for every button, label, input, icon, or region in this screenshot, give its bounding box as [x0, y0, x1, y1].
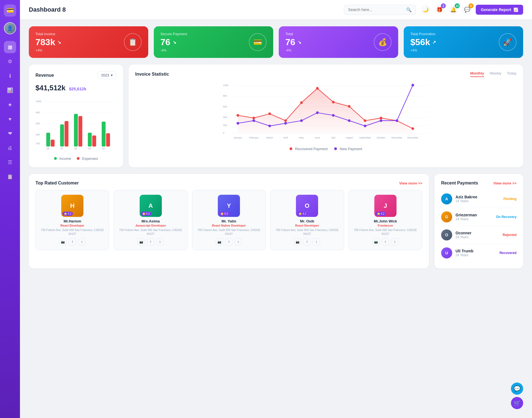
sidebar-item-heart[interactable]: ♥: [4, 113, 16, 125]
payment-name-0: Aziz Bakree: [456, 195, 477, 199]
facebook-icon-4[interactable]: f: [382, 238, 389, 245]
invoice-line-chart: 1000 800 600 400 200 0: [135, 81, 516, 143]
svg-point-37: [237, 114, 239, 117]
year-select[interactable]: 2023 ▾: [98, 71, 116, 79]
svg-text:06: 06: [47, 147, 49, 150]
customer-avatar-4: J ⭐ 4.2: [374, 195, 397, 217]
search-input[interactable]: [348, 7, 404, 12]
line-chart-svg: 1000 800 600 400 200 0: [135, 81, 516, 142]
stat-value-3: $56k ↗: [410, 37, 436, 47]
social-icons-0: 📷 f t: [39, 238, 106, 245]
list-icon: 📋: [7, 174, 13, 180]
gear-icon: ⚙: [8, 58, 12, 65]
instagram-icon-2[interactable]: 📷: [216, 238, 223, 245]
sidebar-item-settings[interactable]: ⚙: [4, 55, 16, 68]
svg-point-57: [364, 125, 367, 127]
customers-grid: H ⭐ 4.2 Mr.Hariom React Developer 795 Fo…: [35, 190, 422, 250]
gift-btn[interactable]: 🎁 2: [434, 4, 445, 15]
facebook-icon-1[interactable]: f: [147, 238, 154, 245]
expenses-label: Expenses: [82, 157, 98, 161]
stat-label-2: Total: [285, 32, 301, 36]
svg-point-56: [348, 119, 351, 122]
new-payment-dot: [334, 147, 337, 150]
facebook-icon-2[interactable]: f: [225, 238, 232, 245]
generate-report-button[interactable]: Generate Report 📈: [476, 5, 523, 15]
payment-avatar-1: G: [441, 211, 452, 222]
customer-card-1: A ⭐ 4.2 Mrs.Asima Javascript Developer 7…: [114, 190, 187, 250]
facebook-icon-0[interactable]: f: [69, 238, 76, 245]
float-cart-btn[interactable]: 🛒: [511, 397, 523, 409]
svg-point-43: [332, 101, 335, 104]
chat-badge: 5: [469, 3, 474, 8]
payment-item-1: G Griezerman 24 Years On Recovery: [441, 208, 516, 226]
svg-text:0: 0: [223, 132, 224, 134]
svg-text:10: 10: [102, 147, 105, 150]
svg-rect-13: [65, 121, 68, 147]
svg-text:October: October: [377, 136, 385, 139]
sidebar-logo[interactable]: 💳: [4, 4, 16, 17]
sidebar-item-menu[interactable]: ☰: [4, 156, 16, 168]
generate-btn-label: Generate Report: [481, 7, 511, 12]
recent-payments-card: Recent Payments View more >> A Aziz Bakr…: [434, 174, 523, 268]
sidebar-item-dashboard[interactable]: ▦: [4, 41, 16, 53]
recent-payments-view-more[interactable]: View more >>: [493, 181, 516, 185]
recent-payments-header: Recent Payments View more >>: [441, 181, 516, 186]
stat-value-0: 783k ↘: [35, 37, 61, 47]
stat-icon-0: 📋: [124, 33, 142, 51]
svg-text:200: 200: [223, 124, 227, 127]
instagram-icon-3[interactable]: 📷: [294, 238, 301, 245]
twitter-icon-2[interactable]: t: [235, 238, 242, 245]
customer-avatar-0: H ⭐ 4.2: [61, 195, 83, 217]
svg-point-39: [268, 112, 271, 115]
new-payment-label: New Payment: [340, 147, 362, 151]
chat-btn-header[interactable]: 💬 5: [462, 4, 472, 15]
rating-badge-1: ⭐ 4.2: [141, 212, 151, 216]
customer-address-2: 795 Folsom Ave, Suite 600 San Francisco,…: [196, 228, 262, 236]
stat-card-left: Total invoice 783k ↘ +4%: [35, 32, 61, 52]
instagram-icon-0[interactable]: 📷: [59, 238, 66, 245]
page-title: Dashboard 8: [29, 6, 339, 13]
bottom-row: Top Rated Customer View more >> H ⭐ 4.2 …: [29, 174, 523, 268]
search-box[interactable]: 🔍: [344, 5, 416, 15]
charts-row: Revenue 2023 ▾ $41,512k $25,612k 1000 80…: [29, 65, 523, 167]
instagram-icon-1[interactable]: 📷: [138, 238, 145, 245]
svg-point-46: [380, 117, 382, 119]
invoice-statistic-card: Invoice Statistic Monthly Weekly Today 1…: [129, 65, 523, 167]
stat-card-secure-payment: Secure Payment 76 ↘ -4% 💳: [154, 26, 273, 58]
sidebar-item-heart2[interactable]: ❤: [4, 127, 16, 140]
sidebar-item-print[interactable]: 🖨: [4, 142, 16, 154]
instagram-icon-4[interactable]: 📷: [372, 238, 380, 245]
customer-name-1: Mrs.Asima: [117, 219, 184, 223]
twitter-icon-1[interactable]: t: [157, 238, 164, 245]
svg-text:June: June: [315, 136, 320, 139]
bar-chart-icon: 📈: [513, 7, 518, 12]
sidebar-item-star[interactable]: ★: [4, 99, 16, 111]
moon-icon: 🌙: [423, 7, 429, 13]
twitter-icon-0[interactable]: t: [78, 238, 85, 245]
sidebar-avatar[interactable]: 👤: [4, 22, 16, 34]
top-rated-view-more[interactable]: View more >>: [399, 181, 422, 185]
sidebar-item-analytics[interactable]: 📊: [4, 84, 16, 96]
payment-item-3: U Uli Trumb 24 Years Recovered: [441, 244, 516, 262]
sidebar-item-info[interactable]: ℹ: [4, 70, 16, 82]
twitter-icon-4[interactable]: t: [391, 238, 398, 245]
tab-today[interactable]: Today: [507, 71, 516, 77]
bell-btn[interactable]: 🔔 12: [448, 4, 459, 15]
invoice-card-header: Invoice Statistic Monthly Weekly Today: [135, 71, 516, 77]
bar-chart-svg: 1000 800 600 400 200: [35, 97, 116, 152]
twitter-icon-3[interactable]: t: [313, 238, 320, 245]
recovered-legend: Recovered Payment: [290, 147, 328, 151]
payment-name-3: Uli Trumb: [456, 249, 474, 253]
stat-label-0: Total invoice: [35, 32, 61, 36]
svg-point-40: [284, 119, 287, 122]
recovered-label: Recovered Payment: [295, 147, 328, 151]
tab-weekly[interactable]: Weekly: [490, 71, 501, 77]
customer-card-0: H ⭐ 4.2 Mr.Hariom React Developer 795 Fo…: [35, 190, 109, 250]
tab-monthly[interactable]: Monthly: [470, 71, 484, 77]
facebook-icon-3[interactable]: f: [303, 238, 311, 245]
dark-mode-toggle[interactable]: 🌙: [420, 4, 431, 15]
sidebar-item-list[interactable]: 📋: [4, 171, 16, 183]
rating-badge-3: ⭐ 4.2: [297, 212, 308, 216]
float-chat-btn[interactable]: 💬: [511, 383, 523, 395]
search-icon: 🔍: [406, 7, 412, 12]
